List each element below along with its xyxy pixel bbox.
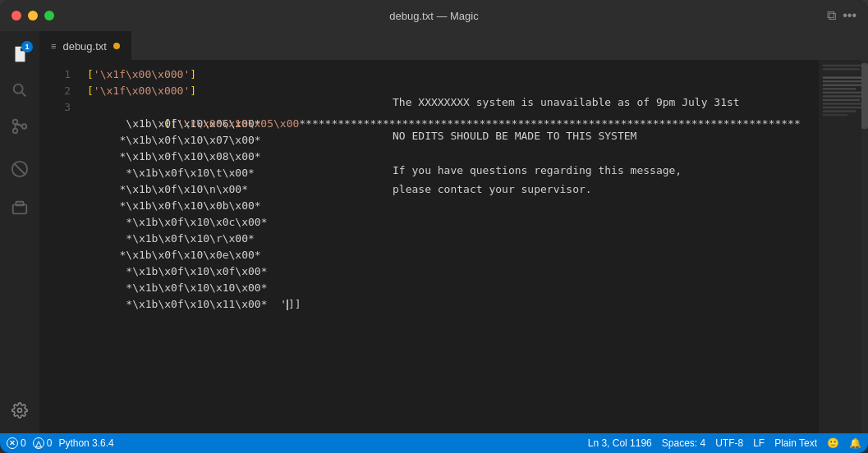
maximize-button[interactable] — [44, 11, 54, 21]
error-icon: ✕ — [7, 437, 18, 449]
status-python-version[interactable]: Python 3.6.4 — [58, 437, 113, 449]
line-number-empty — [39, 149, 71, 165]
line-number-empty — [39, 181, 71, 198]
warning-count: 0 — [47, 437, 53, 449]
status-spaces[interactable]: Spaces: 4 — [662, 437, 705, 449]
code-line-cont6: *\x1b\x0f\x10\x0b\x00* — [80, 198, 819, 214]
main-content: 1 — [0, 31, 868, 433]
line-number-2: 2 — [39, 83, 71, 99]
title-bar-actions: ⧉ ••• — [827, 8, 857, 23]
activity-search[interactable] — [3, 74, 36, 107]
svg-point-4 — [22, 124, 27, 129]
minimap-svg — [819, 60, 868, 433]
code-line-cont11: *\x1b\x0f\x10\x10\x00* — [80, 280, 819, 296]
editor-tab[interactable]: ≡ debug.txt — [39, 31, 131, 60]
svg-rect-10 — [823, 65, 864, 66]
status-errors[interactable]: ✕ 0 — [7, 437, 26, 449]
line-number-empty — [39, 198, 71, 214]
code-line-1: ['\x1f\x00\x000'] — [80, 66, 819, 83]
line-number-empty — [39, 280, 71, 296]
line-number-empty — [39, 247, 71, 263]
status-ln-col[interactable]: Ln 3, Col 1196 — [588, 437, 652, 449]
code-line-cont9: *\x1b\x0f\x10\x0e\x00* — [80, 247, 819, 263]
svg-rect-8 — [16, 202, 23, 206]
activity-remote[interactable] — [3, 192, 36, 225]
svg-rect-22 — [823, 114, 847, 116]
files-badge: 1 — [21, 41, 33, 53]
svg-line-6 — [15, 164, 25, 175]
code-line-cont7: *\x1b\x0f\x10\x0c\x00* — [80, 214, 819, 231]
line-numbers: 1 2 3 — [39, 60, 80, 433]
status-left: ✕ 0 △ 0 Python 3.6.4 — [7, 437, 114, 449]
ln-col-text: Ln 3, Col 1196 — [588, 437, 652, 449]
minimap-scrollbar[interactable] — [861, 60, 868, 433]
svg-rect-11 — [823, 68, 860, 70]
editor-area: ≡ debug.txt 1 2 3 — [39, 31, 868, 433]
status-warnings[interactable]: △ 0 — [33, 437, 53, 449]
svg-rect-19 — [823, 103, 864, 104]
activity-files[interactable]: 1 — [3, 38, 36, 71]
line-number-empty — [39, 214, 71, 231]
code-line-cont2: *\x1b\x0f\x10\x07\x00* — [80, 132, 819, 149]
traffic-lights — [11, 11, 54, 21]
code-line-cont3: *\x1b\x0f\x10\x08\x00* — [80, 149, 819, 165]
bell-icon: 🔔 — [849, 437, 861, 449]
line-number-empty — [39, 263, 71, 280]
warning-icon: △ — [33, 437, 44, 449]
more-actions-icon[interactable]: ••• — [843, 8, 857, 23]
status-smiley[interactable]: 🙂 — [827, 437, 839, 449]
code-line-2: ['\x1f\x00\x000'] — [80, 83, 819, 99]
minimap — [819, 60, 868, 433]
line-number-empty — [39, 296, 71, 313]
status-bell[interactable]: 🔔 — [849, 437, 861, 449]
line-number-empty — [39, 231, 71, 247]
close-button[interactable] — [11, 11, 21, 21]
window-title: debug.txt — Magic — [389, 10, 478, 22]
svg-line-1 — [22, 93, 26, 97]
app-window: debug.txt — Magic ⧉ ••• 1 — [0, 0, 868, 453]
minimap-scrollbar-thumb — [861, 63, 868, 129]
tab-bar: ≡ debug.txt — [39, 31, 868, 60]
svg-rect-18 — [823, 99, 860, 101]
svg-rect-16 — [823, 92, 864, 94]
spaces-text: Spaces: 4 — [662, 437, 705, 449]
title-bar: debug.txt — Magic ⧉ ••• — [0, 0, 868, 31]
status-bar: ✕ 0 △ 0 Python 3.6.4 Ln 3, Col 1196 Spac… — [0, 433, 868, 453]
svg-rect-21 — [823, 110, 856, 112]
code-editor[interactable]: ['\x1f\x00\x000'] ['\x1f\x00\x000'] [['\… — [80, 60, 819, 433]
line-number-3: 3 — [39, 99, 71, 116]
status-right: Ln 3, Col 1196 Spaces: 4 UTF-8 LF Plain … — [588, 437, 861, 449]
code-line-cont5: *\x1b\x0f\x10\n\x00* — [80, 181, 819, 198]
minimize-button[interactable] — [28, 11, 38, 21]
smiley-icon: 🙂 — [827, 437, 839, 449]
line-number-1: 1 — [39, 66, 71, 83]
line-ending-text: LF — [753, 437, 765, 449]
tab-menu-icon: ≡ — [51, 41, 56, 51]
status-language[interactable]: Plain Text — [774, 437, 817, 449]
activity-extensions-disabled[interactable] — [3, 153, 36, 185]
code-line-cont12: *\x1b\x0f\x10\x11\x00* ']] — [80, 296, 819, 313]
code-line-cont8: *\x1b\x0f\x10\r\x00* — [80, 231, 819, 247]
svg-point-9 — [18, 409, 22, 413]
svg-point-3 — [13, 129, 18, 134]
line-number-empty — [39, 132, 71, 149]
tab-filename: debug.txt — [62, 40, 107, 53]
code-line-cont10: *\x1b\x0f\x10\x0f\x00* — [80, 263, 819, 280]
code-line-cont4: *\x1b\x0f\x10\t\x00* — [80, 165, 819, 181]
editor-content: 1 2 3 ['\x — [39, 60, 868, 433]
split-editor-icon[interactable]: ⧉ — [827, 8, 836, 23]
activity-settings[interactable] — [3, 397, 36, 430]
activity-source-control[interactable] — [3, 110, 36, 143]
activity-bar: 1 — [0, 31, 39, 433]
encoding-text: UTF-8 — [715, 437, 743, 449]
tab-modified-indicator — [113, 43, 120, 49]
status-line-ending[interactable]: LF — [753, 437, 765, 449]
language-text: Plain Text — [774, 437, 817, 449]
svg-rect-15 — [823, 88, 856, 89]
status-encoding[interactable]: UTF-8 — [715, 437, 743, 449]
line-number-empty — [39, 165, 71, 181]
svg-point-0 — [14, 85, 23, 94]
python-version-text: Python 3.6.4 — [58, 437, 113, 449]
error-count: 0 — [21, 437, 26, 449]
line-number-empty — [39, 116, 71, 132]
